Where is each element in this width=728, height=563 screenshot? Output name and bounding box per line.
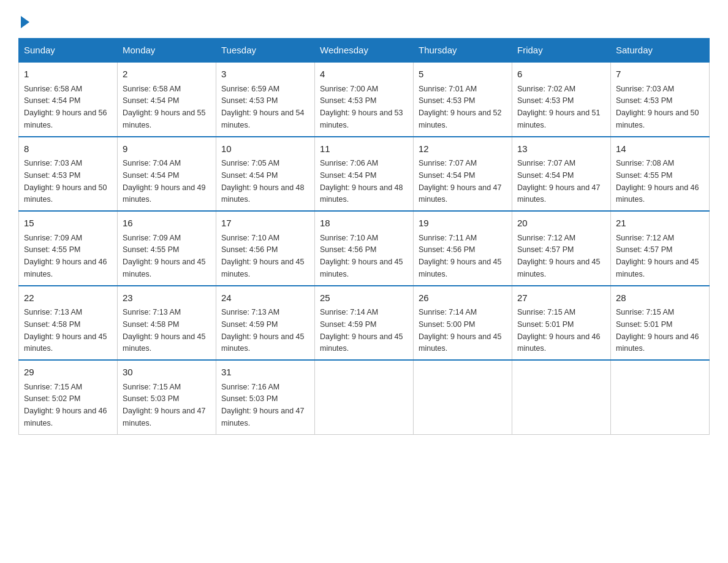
day-number: 30 [123, 366, 211, 380]
day-info: Sunrise: 6:58 AMSunset: 4:54 PMDaylight:… [123, 85, 206, 129]
day-info: Sunrise: 7:15 AMSunset: 5:02 PMDaylight:… [24, 383, 107, 427]
day-info: Sunrise: 7:05 AMSunset: 4:54 PMDaylight:… [221, 159, 305, 204]
calendar-cell [414, 360, 512, 434]
day-info: Sunrise: 6:58 AMSunset: 4:54 PMDaylight:… [24, 85, 107, 129]
weekday-header-sunday: Sunday [19, 39, 118, 63]
calendar-cell [315, 360, 414, 434]
calendar-cell [611, 360, 710, 434]
calendar-cell: 5Sunrise: 7:01 AMSunset: 4:53 PMDaylight… [414, 62, 512, 137]
day-info: Sunrise: 7:15 AMSunset: 5:01 PMDaylight:… [517, 308, 601, 353]
day-number: 29 [24, 366, 112, 380]
calendar-cell: 12Sunrise: 7:07 AMSunset: 4:54 PMDayligh… [414, 137, 512, 212]
day-number: 9 [123, 142, 211, 156]
day-info: Sunrise: 6:59 AMSunset: 4:53 PMDaylight:… [221, 85, 305, 129]
day-info: Sunrise: 7:13 AMSunset: 4:59 PMDaylight:… [221, 308, 305, 353]
day-info: Sunrise: 7:14 AMSunset: 4:59 PMDaylight:… [320, 308, 403, 353]
day-info: Sunrise: 7:03 AMSunset: 4:53 PMDaylight:… [24, 159, 107, 204]
week-row-1: 1Sunrise: 6:58 AMSunset: 4:54 PMDaylight… [19, 62, 710, 137]
calendar-cell: 7Sunrise: 7:03 AMSunset: 4:53 PMDaylight… [611, 62, 710, 137]
calendar-cell: 1Sunrise: 6:58 AMSunset: 4:54 PMDaylight… [19, 62, 118, 137]
day-number: 19 [419, 216, 507, 231]
calendar-cell: 15Sunrise: 7:09 AMSunset: 4:55 PMDayligh… [19, 211, 118, 286]
day-info: Sunrise: 7:13 AMSunset: 4:58 PMDaylight:… [123, 308, 206, 353]
day-info: Sunrise: 7:06 AMSunset: 4:54 PMDaylight:… [320, 159, 403, 204]
weekday-header-wednesday: Wednesday [315, 39, 414, 63]
day-number: 4 [320, 67, 408, 82]
calendar-cell: 16Sunrise: 7:09 AMSunset: 4:55 PMDayligh… [118, 211, 216, 286]
day-info: Sunrise: 7:10 AMSunset: 4:56 PMDaylight:… [320, 234, 403, 278]
day-info: Sunrise: 7:02 AMSunset: 4:53 PMDaylight:… [517, 85, 601, 129]
day-info: Sunrise: 7:10 AMSunset: 4:56 PMDaylight:… [221, 234, 305, 278]
weekday-header-saturday: Saturday [611, 39, 710, 63]
calendar-cell: 30Sunrise: 7:15 AMSunset: 5:03 PMDayligh… [118, 360, 216, 434]
day-number: 18 [320, 216, 408, 231]
day-info: Sunrise: 7:07 AMSunset: 4:54 PMDaylight:… [517, 159, 601, 204]
calendar-cell: 28Sunrise: 7:15 AMSunset: 5:01 PMDayligh… [611, 286, 710, 361]
weekday-header-friday: Friday [512, 39, 611, 63]
day-info: Sunrise: 7:03 AMSunset: 4:53 PMDaylight:… [616, 85, 699, 129]
calendar-cell: 19Sunrise: 7:11 AMSunset: 4:56 PMDayligh… [414, 211, 512, 286]
calendar-cell: 24Sunrise: 7:13 AMSunset: 4:59 PMDayligh… [216, 286, 315, 361]
day-number: 20 [517, 216, 605, 231]
calendar-cell: 14Sunrise: 7:08 AMSunset: 4:55 PMDayligh… [611, 137, 710, 212]
calendar-cell: 21Sunrise: 7:12 AMSunset: 4:57 PMDayligh… [611, 211, 710, 286]
calendar-cell: 22Sunrise: 7:13 AMSunset: 4:58 PMDayligh… [19, 286, 118, 361]
calendar-cell: 26Sunrise: 7:14 AMSunset: 5:00 PMDayligh… [414, 286, 512, 361]
day-number: 23 [123, 291, 211, 305]
calendar-cell: 11Sunrise: 7:06 AMSunset: 4:54 PMDayligh… [315, 137, 414, 212]
calendar-table: SundayMondayTuesdayWednesdayThursdayFrid… [18, 38, 710, 435]
day-info: Sunrise: 7:08 AMSunset: 4:55 PMDaylight:… [616, 159, 699, 204]
day-info: Sunrise: 7:04 AMSunset: 4:54 PMDaylight:… [123, 159, 206, 204]
day-number: 21 [616, 216, 704, 231]
day-number: 22 [24, 291, 112, 305]
logo-flag-icon [21, 16, 29, 28]
calendar-body: 1Sunrise: 6:58 AMSunset: 4:54 PMDaylight… [19, 62, 710, 434]
page-header [18, 12, 710, 26]
calendar-cell: 10Sunrise: 7:05 AMSunset: 4:54 PMDayligh… [216, 137, 315, 212]
day-number: 10 [221, 142, 309, 156]
day-number: 8 [24, 142, 112, 156]
day-number: 27 [517, 291, 605, 305]
weekday-row: SundayMondayTuesdayWednesdayThursdayFrid… [19, 39, 710, 63]
day-number: 1 [24, 67, 112, 82]
calendar-cell: 20Sunrise: 7:12 AMSunset: 4:57 PMDayligh… [512, 211, 611, 286]
week-row-3: 15Sunrise: 7:09 AMSunset: 4:55 PMDayligh… [19, 211, 710, 286]
week-row-2: 8Sunrise: 7:03 AMSunset: 4:53 PMDaylight… [19, 137, 710, 212]
calendar-cell: 17Sunrise: 7:10 AMSunset: 4:56 PMDayligh… [216, 211, 315, 286]
day-info: Sunrise: 7:09 AMSunset: 4:55 PMDaylight:… [123, 234, 206, 278]
day-number: 25 [320, 291, 408, 305]
day-number: 16 [123, 216, 211, 231]
day-info: Sunrise: 7:09 AMSunset: 4:55 PMDaylight:… [24, 234, 107, 278]
day-number: 14 [616, 142, 704, 156]
logo [18, 18, 29, 26]
day-info: Sunrise: 7:15 AMSunset: 5:03 PMDaylight:… [123, 383, 206, 427]
day-number: 17 [221, 216, 309, 231]
day-info: Sunrise: 7:16 AMSunset: 5:03 PMDaylight:… [221, 383, 305, 427]
day-info: Sunrise: 7:01 AMSunset: 4:53 PMDaylight:… [419, 85, 502, 129]
day-number: 13 [517, 142, 605, 156]
calendar-cell: 2Sunrise: 6:58 AMSunset: 4:54 PMDaylight… [118, 62, 216, 137]
day-number: 2 [123, 67, 211, 82]
day-info: Sunrise: 7:15 AMSunset: 5:01 PMDaylight:… [616, 308, 699, 353]
day-number: 12 [419, 142, 507, 156]
day-info: Sunrise: 7:00 AMSunset: 4:53 PMDaylight:… [320, 85, 403, 129]
day-info: Sunrise: 7:07 AMSunset: 4:54 PMDaylight:… [419, 159, 502, 204]
week-row-4: 22Sunrise: 7:13 AMSunset: 4:58 PMDayligh… [19, 286, 710, 361]
calendar-header: SundayMondayTuesdayWednesdayThursdayFrid… [19, 39, 710, 63]
calendar-cell: 31Sunrise: 7:16 AMSunset: 5:03 PMDayligh… [216, 360, 315, 434]
day-number: 5 [419, 67, 507, 82]
week-row-5: 29Sunrise: 7:15 AMSunset: 5:02 PMDayligh… [19, 360, 710, 434]
calendar-cell: 6Sunrise: 7:02 AMSunset: 4:53 PMDaylight… [512, 62, 611, 137]
weekday-header-monday: Monday [118, 39, 216, 63]
calendar-cell: 23Sunrise: 7:13 AMSunset: 4:58 PMDayligh… [118, 286, 216, 361]
day-number: 11 [320, 142, 408, 156]
day-number: 3 [221, 67, 309, 82]
calendar-cell: 27Sunrise: 7:15 AMSunset: 5:01 PMDayligh… [512, 286, 611, 361]
calendar-cell: 9Sunrise: 7:04 AMSunset: 4:54 PMDaylight… [118, 137, 216, 212]
day-info: Sunrise: 7:14 AMSunset: 5:00 PMDaylight:… [419, 308, 502, 353]
calendar-cell: 4Sunrise: 7:00 AMSunset: 4:53 PMDaylight… [315, 62, 414, 137]
calendar-cell: 13Sunrise: 7:07 AMSunset: 4:54 PMDayligh… [512, 137, 611, 212]
calendar-cell: 8Sunrise: 7:03 AMSunset: 4:53 PMDaylight… [19, 137, 118, 212]
day-number: 26 [419, 291, 507, 305]
day-info: Sunrise: 7:11 AMSunset: 4:56 PMDaylight:… [419, 234, 502, 278]
